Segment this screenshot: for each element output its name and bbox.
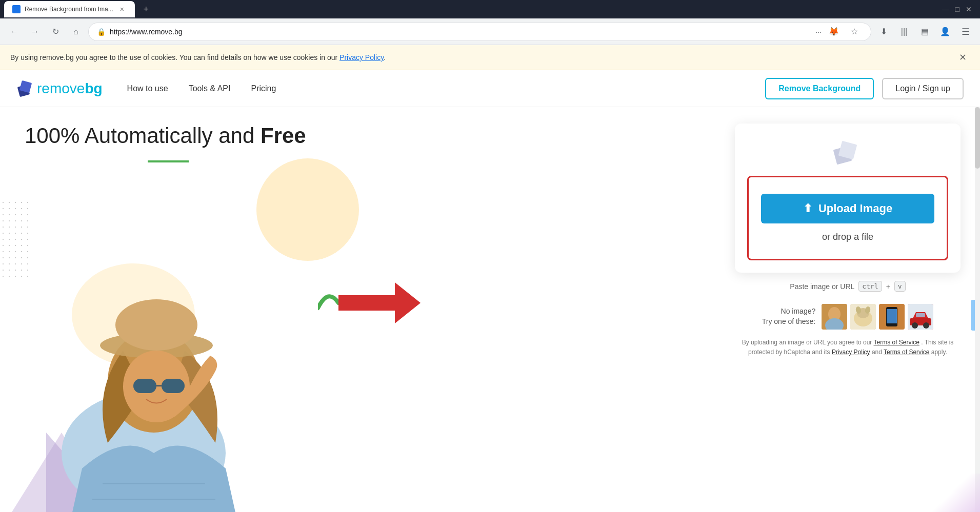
cookie-banner-text: By using remove.bg you agree to the use … [10,53,386,62]
main-content: 100% Automatically and Free [0,107,980,512]
svg-rect-11 [162,379,185,393]
svg-rect-15 [338,295,395,311]
logo-icon [16,79,35,98]
svg-marker-16 [395,282,421,323]
arrow-decoration [318,277,421,329]
scrollbar[interactable] [975,107,980,512]
shortcut-ctrl: ctrl [858,281,882,292]
svg-rect-10 [133,379,156,393]
forward-button[interactable]: → [27,24,43,40]
privacy-policy-upload-link[interactable]: Privacy Policy [832,349,870,356]
window-close-button[interactable]: ✕ [966,5,972,13]
sample-thumbs-container [822,304,933,330]
headline-underline-decoration [148,160,189,162]
scrollbar-thumb[interactable] [975,107,980,169]
sample-thumb-dog[interactable] [850,304,876,330]
svg-point-33 [923,322,929,329]
maximize-button[interactable]: □ [955,5,959,13]
upload-card: ⬆ Upload Image or drop a file [735,124,961,273]
nav-actions: Remove Background Login / Sign up [765,78,964,99]
hero-headline: 100% Automatically and Free [25,124,724,148]
sample-thumb-woman[interactable] [822,304,847,330]
site-nav: removebg How to use Tools & API Pricing … [0,70,980,107]
paste-hint-text: Paste image or URL [790,282,854,291]
drop-file-text: or drop a file [822,232,873,242]
sample-images-row: No image? Try one of these: [762,304,934,330]
red-arrow-svg [318,277,421,329]
address-bar-options-icon: ··· [815,28,822,36]
svg-rect-34 [916,313,925,317]
new-tab-button[interactable]: + [139,2,153,16]
svg-rect-29 [887,309,897,323]
dots-decoration [0,199,31,281]
browser-tab-active[interactable]: Remove Background from Ima... × [4,1,135,17]
shortcut-v: v [894,281,906,292]
svg-point-8 [115,299,197,351]
nav-link-tools-api[interactable]: Tools & API [189,84,231,93]
browser-menu-icon[interactable]: ☰ [957,24,974,40]
hero-person-image [31,238,287,512]
library-icon[interactable]: ||| [896,24,912,40]
toolbar-right-actions: ⬇ ||| ▤ 👤 ☰ [875,24,974,40]
hero-left: 100% Automatically and Free [0,107,724,512]
upload-card-logo [832,140,863,168]
security-shield-icon: 🔒 [97,28,106,36]
upload-dropzone[interactable]: ⬆ Upload Image or drop a file [747,176,948,260]
terms-text: By uploading an image or URL you agree t… [740,338,955,357]
back-icon: ← [10,27,18,36]
remove-background-button[interactable]: Remove Background [765,78,874,99]
tab-favicon [12,5,21,13]
cookie-banner: By using remove.bg you agree to the use … [0,45,980,70]
upload-panel: ⬆ Upload Image or drop a file Paste imag… [724,115,980,512]
browser-toolbar: ← → ↻ ⌂ 🔒 ··· 🦊 ☆ ⬇ ||| ▤ 👤 ☰ [0,18,980,45]
login-signup-button[interactable]: Login / Sign up [882,78,964,99]
sample-images-label: No image? Try one of these: [762,306,816,326]
upload-arrow-icon: ⬆ [803,202,812,215]
sample-thumb-phone[interactable] [879,304,905,330]
nav-links: How to use Tools & API Pricing [127,84,766,93]
svg-rect-0 [13,7,20,13]
account-icon[interactable]: 👤 [937,24,953,40]
nav-link-pricing[interactable]: Pricing [251,84,276,93]
bookmark-star-icon[interactable]: ☆ [846,24,863,40]
cookie-close-button[interactable]: ✕ [955,50,970,65]
terms-of-service-link-2[interactable]: Terms of Service [884,349,929,356]
paste-hint: Paste image or URL ctrl + v [790,281,905,292]
refresh-icon: ↻ [52,27,59,36]
forward-icon: → [31,27,39,36]
shortcut-plus: + [886,282,890,291]
tab-close-icon[interactable]: × [117,5,127,14]
nav-link-how-to-use[interactable]: How to use [127,84,168,93]
logo[interactable]: removebg [16,79,103,98]
minimize-button[interactable]: — [942,5,949,13]
reader-view-icon[interactable]: ▤ [916,24,933,40]
terms-of-service-link-1[interactable]: Terms of Service [874,339,919,346]
tab-title: Remove Background from Ima... [25,6,113,13]
bookmark-pocket-icon[interactable]: 🦊 [826,24,842,40]
privacy-policy-link[interactable]: Privacy Policy [339,53,384,62]
home-icon: ⌂ [73,27,78,36]
download-icon[interactable]: ⬇ [875,24,892,40]
back-button[interactable]: ← [6,24,23,40]
home-button[interactable]: ⌂ [68,24,84,40]
browser-titlebar: Remove Background from Ima... × + — □ ✕ [0,0,980,18]
logo-text: removebg [37,80,103,97]
url-input[interactable] [110,28,807,36]
sample-thumb-car[interactable] [908,304,933,330]
upload-image-button[interactable]: ⬆ Upload Image [761,194,934,223]
address-bar[interactable]: 🔒 ··· 🦊 ☆ [88,23,871,41]
refresh-button[interactable]: ↻ [47,24,64,40]
svg-point-32 [912,322,918,329]
